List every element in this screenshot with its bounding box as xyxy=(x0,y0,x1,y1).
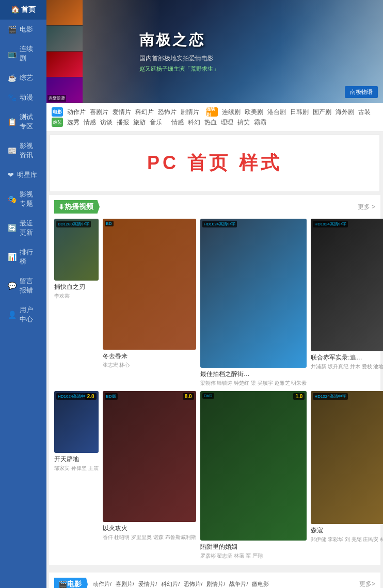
cat-link-interview[interactable]: 访谈 xyxy=(100,118,113,127)
movie-card-1[interactable]: BD 冬去春来 张志宏 林心 xyxy=(103,219,196,387)
sidebar-home-label[interactable]: 首页 xyxy=(21,5,36,13)
banner-area: 南极之恋 国内首部极地实拍爱情电影 赵又廷杨子姗主演「荒野求生」 南极物语 xyxy=(46,0,383,103)
cat-link-action[interactable]: 动作片 xyxy=(67,108,86,117)
subnav-scifi[interactable]: 科幻片/ xyxy=(161,580,180,588)
cat-link-domestic[interactable]: 国产剧 xyxy=(313,108,331,117)
cat-link-horror[interactable]: 恐怖片 xyxy=(158,108,177,117)
cat-link-hktw[interactable]: 港台剧 xyxy=(267,108,286,117)
sidebar-item-feedback[interactable]: 💬 留言报错 xyxy=(0,271,46,300)
sidebar-anime-label: 动漫 xyxy=(20,93,33,102)
sidebar-item-series[interactable]: 📺 连续剧 xyxy=(0,39,46,68)
sidebar-stars-label: 明星库 xyxy=(17,170,37,179)
pc-title: PC 首页 样式 xyxy=(66,151,364,176)
cat-link-reason[interactable]: 理理 xyxy=(221,118,233,127)
subnav-action[interactable]: 动作片/ xyxy=(93,580,111,588)
cat-link-scifi2[interactable]: 科幻 xyxy=(188,118,200,127)
cat-link-ancient[interactable]: 古装 xyxy=(358,108,371,117)
sidebar-item-test[interactable]: 📋 测试专区 xyxy=(0,107,46,136)
subnav-horror[interactable]: 恐怖片/ xyxy=(184,580,202,588)
cat-link-hot[interactable]: 热血 xyxy=(204,118,217,127)
movies-label: 电影 xyxy=(67,580,82,588)
cat-link-humor[interactable]: 搞笑 xyxy=(237,118,250,127)
news-icon: 📰 xyxy=(8,146,17,155)
sidebar-item-movie[interactable]: 🎬 电影 xyxy=(0,20,46,39)
banner-thumb-2[interactable] xyxy=(46,26,83,52)
hot-videos-header: ⬇ 热播视频 更多 > xyxy=(54,200,375,214)
banner-btn[interactable]: 南极物语 xyxy=(345,86,378,98)
poster-bg xyxy=(103,391,196,522)
hot-videos-more[interactable]: 更多 > xyxy=(358,203,375,211)
subnav-romance[interactable]: 爱情片/ xyxy=(138,580,157,588)
poster-bg xyxy=(311,219,383,351)
movie-card-9[interactable]: HD1024高清中字 9.0 森寇 郑伊健 李彩华 刘 兆铭 庄民安 林雪润… xyxy=(311,391,383,559)
movies-more[interactable]: 更多> xyxy=(359,580,375,588)
cat-link-emotion[interactable]: 情感 xyxy=(84,118,96,127)
cat-link-series[interactable]: 连续剧 xyxy=(222,108,241,117)
cat-link-europe[interactable]: 欧美剧 xyxy=(245,108,263,117)
movie-card-7[interactable]: BD版 8.0 以火攻火 香仟 杜昭明 罗里里奥 诺森 布鲁斯威利斯 xyxy=(103,391,196,559)
cat-link-comedy[interactable]: 喜剧片 xyxy=(90,108,108,117)
movie-card-2[interactable]: HD1024高清中字 最佳拍档之醉街… 梁朝伟 锺镇涛 钟楚红 梁 吴镇宇 赵雅… xyxy=(200,219,307,387)
banner-thumb-4[interactable] xyxy=(46,77,83,103)
movie-poster: HD1024高清中字 xyxy=(200,219,307,368)
cat-link-travel[interactable]: 旅游 xyxy=(133,118,146,127)
banner-thumbnails xyxy=(46,0,83,103)
movie-card-8[interactable]: DVD 1.0 陷阱里的婚姻 罗彦彬 翟志坚 林霭 军 严翔 xyxy=(200,391,307,559)
subnav-war[interactable]: 战争片/ xyxy=(229,580,248,588)
poster-badge: BD xyxy=(105,221,114,226)
sidebar-item-latest[interactable]: 🔄 最近更新 xyxy=(0,214,46,242)
movie-poster: BD xyxy=(103,219,196,350)
movies-title: 🎬 电影 xyxy=(54,578,88,588)
sidebar-test-label: 测试专区 xyxy=(20,112,39,131)
anime-icon: 🐾 xyxy=(8,93,17,102)
sidebar-item-stars[interactable]: ❤ 明星库 xyxy=(0,165,46,185)
sidebar-series-label: 连续剧 xyxy=(20,44,39,63)
cat-link-broadcast[interactable]: 播报 xyxy=(117,118,129,127)
sidebar-user-label: 用户中心 xyxy=(20,305,39,324)
cat-link-romance[interactable]: 爱情片 xyxy=(113,108,131,117)
banner-thumb-1[interactable] xyxy=(46,0,83,26)
subnav-drama[interactable]: 剧情片/ xyxy=(206,580,225,588)
sidebar: 🏠 首页 🎬 电影 📺 连续剧 ☕ 综艺 🐾 动漫 📋 测试专区 📰 影视资讯 … xyxy=(0,0,46,588)
hot-videos-grid: BD1280高清中字 捕快血之刃 李欢芸 BD 冬去春来 张志宏 林心 HD10… xyxy=(54,219,375,560)
movie-icon: 🎬 xyxy=(8,25,17,34)
poster-bg xyxy=(311,391,383,524)
cat-link-overseas[interactable]: 海外剧 xyxy=(336,108,354,117)
cat-link-music[interactable]: 音乐 xyxy=(150,118,162,127)
cat-link-select[interactable]: 选秀 xyxy=(67,118,79,127)
sidebar-item-variety[interactable]: ☕ 综艺 xyxy=(0,68,46,88)
cat-link-scifi[interactable]: 科幻片 xyxy=(135,108,154,117)
sidebar-latest-label: 最近更新 xyxy=(20,219,39,237)
banner-thumb-3[interactable] xyxy=(46,52,83,77)
poster-badge: HD1024高清中字 xyxy=(202,221,237,227)
cat-link-baba[interactable]: 霸霸 xyxy=(254,118,266,127)
sidebar-item-user[interactable]: 👤 用户中心 xyxy=(0,300,46,329)
movie-card-3[interactable]: HD1024高清中字 联合赤军实录:追… 井浦新 坂升真纪 并木 爱枝 池地鬼 … xyxy=(311,219,383,387)
movie-card-0[interactable]: BD1280高清中字 捕快血之刃 李欢芸 xyxy=(54,219,99,387)
movie-card-6[interactable]: HD1024高清中字 2.0 开天辟地 邬家宾 孙偉坚 王震 xyxy=(54,391,99,559)
banner-main: 南极之恋 国内首部极地实拍爱情电影 赵又廷杨子姗主演「荒野求生」 南极物语 xyxy=(83,0,383,103)
section-divider xyxy=(46,567,383,570)
movie-subnav: 动作片/ 喜剧片/ 爱情片/ 科幻片/ 恐怖片/ 剧情片/ 战争片/ 微电影 xyxy=(93,580,269,588)
subnav-micro[interactable]: 微电影 xyxy=(252,580,269,588)
cat-link-emotion2[interactable]: 情感 xyxy=(171,118,184,127)
sidebar-item-anime[interactable]: 🐾 动漫 xyxy=(0,88,46,107)
cat-link-drama[interactable]: 剧情片 xyxy=(181,108,199,117)
movie-info: 李欢芸 xyxy=(54,292,99,300)
cat-link-jpkr[interactable]: 日韩剧 xyxy=(290,108,309,117)
subnav-comedy[interactable]: 喜剧片/ xyxy=(116,580,134,588)
movie-info: 井浦新 坂升真纪 并木 爱枝 池地鬼 泽伟里 xyxy=(311,363,383,370)
movie-title: 冬去春来 xyxy=(103,352,196,361)
sidebar-item-news[interactable]: 📰 影视资讯 xyxy=(0,136,46,165)
sidebar-news-label: 影视资讯 xyxy=(20,141,39,160)
poster-badge: BD版 xyxy=(105,393,118,400)
sidebar-item-special[interactable]: 🎭 影视专题 xyxy=(0,185,46,214)
banner-subtitle: 国内首部极地实拍爱情电影 xyxy=(139,54,368,63)
cat-group-variety: 综艺 选秀 情感 访谈 播报 旅游 音乐 xyxy=(52,118,164,127)
cat-group-series: 连续剧 连续剧 欧美剧 港台剧 日韩剧 国产剧 海外剧 古装 xyxy=(206,107,373,117)
test-icon: 📋 xyxy=(8,118,17,126)
movie-info: 邬家宾 孙偉坚 王震 xyxy=(54,465,99,472)
sidebar-item-ranking[interactable]: 📊 排行榜 xyxy=(0,242,46,271)
banner-title: 南极之恋 xyxy=(139,30,368,50)
sidebar-movie-label: 电影 xyxy=(20,25,33,34)
